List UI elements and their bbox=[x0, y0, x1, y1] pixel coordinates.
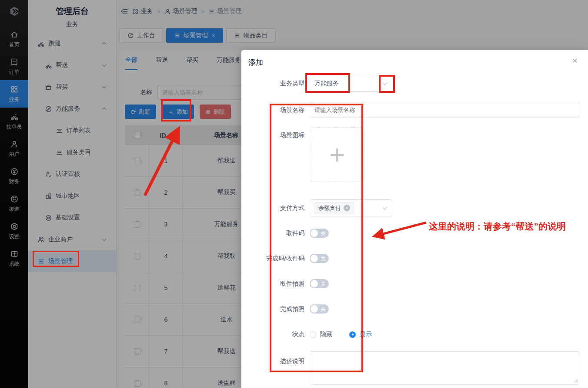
field-label: 取件码 bbox=[241, 229, 304, 237]
chevron-down-icon bbox=[382, 205, 387, 209]
field-label: 完成码/收件码 bbox=[241, 255, 304, 263]
radio-label: 隐藏 bbox=[320, 331, 332, 338]
description-row: 描述说明 bbox=[241, 351, 579, 386]
field-label: 描述说明 bbox=[241, 351, 304, 386]
plus-icon: + bbox=[329, 144, 345, 165]
payment-method-select[interactable]: 余额支付 × bbox=[310, 199, 392, 216]
modal-title: 添加 bbox=[248, 57, 263, 67]
pickup-photo-toggle[interactable]: 关 bbox=[310, 279, 329, 288]
scene-icon-row: 场景图标 + bbox=[241, 127, 364, 182]
modal-close-icon[interactable]: × bbox=[572, 55, 578, 66]
chevron-down-icon bbox=[382, 80, 387, 85]
complete-code-row: 完成码/收件码 关 bbox=[241, 254, 329, 263]
payment-tag: 余额支付 × bbox=[314, 202, 354, 214]
description-textarea[interactable] bbox=[310, 351, 579, 385]
business-type-row: 业务类型 万能服务 bbox=[241, 75, 392, 92]
field-label: 完成拍照 bbox=[241, 305, 304, 313]
radio-label: 显示 bbox=[360, 331, 372, 338]
status-row: 状态 隐藏 显示 bbox=[241, 331, 372, 338]
field-label: 状态 bbox=[241, 331, 304, 338]
scene-name-row: 场景名称 bbox=[241, 102, 579, 118]
tag-remove-icon[interactable]: × bbox=[344, 205, 350, 211]
scene-name-input[interactable] bbox=[310, 102, 579, 118]
complete-code-toggle[interactable]: 关 bbox=[310, 254, 329, 263]
complete-photo-row: 完成拍照 关 bbox=[241, 304, 329, 314]
icon-upload-box[interactable]: + bbox=[310, 127, 364, 182]
status-visible-radio[interactable] bbox=[349, 331, 356, 338]
field-label: 业务类型 bbox=[241, 80, 304, 88]
selected-value: 万能服务 bbox=[314, 80, 339, 88]
tag-label: 余额支付 bbox=[318, 204, 341, 212]
pickup-code-toggle[interactable]: 关 bbox=[310, 229, 329, 238]
field-label: 支付方式 bbox=[241, 204, 304, 212]
field-label: 取件拍照 bbox=[241, 280, 304, 288]
field-label: 场景图标 bbox=[241, 127, 304, 182]
add-scene-modal: 添加 × 业务类型 万能服务 场景名称 场景图标 + 支付方式 余额支付 × 取… bbox=[241, 50, 588, 388]
payment-method-row: 支付方式 余额支付 × bbox=[241, 199, 392, 216]
resize-grip[interactable] bbox=[574, 379, 578, 383]
field-label: 场景名称 bbox=[241, 106, 304, 114]
pickup-code-row: 取件码 关 bbox=[241, 229, 329, 238]
business-type-select[interactable]: 万能服务 bbox=[310, 75, 392, 92]
pickup-photo-row: 取件拍照 关 bbox=[241, 279, 329, 288]
complete-photo-toggle[interactable]: 关 bbox=[310, 304, 329, 314]
status-hidden-radio[interactable] bbox=[310, 331, 316, 338]
